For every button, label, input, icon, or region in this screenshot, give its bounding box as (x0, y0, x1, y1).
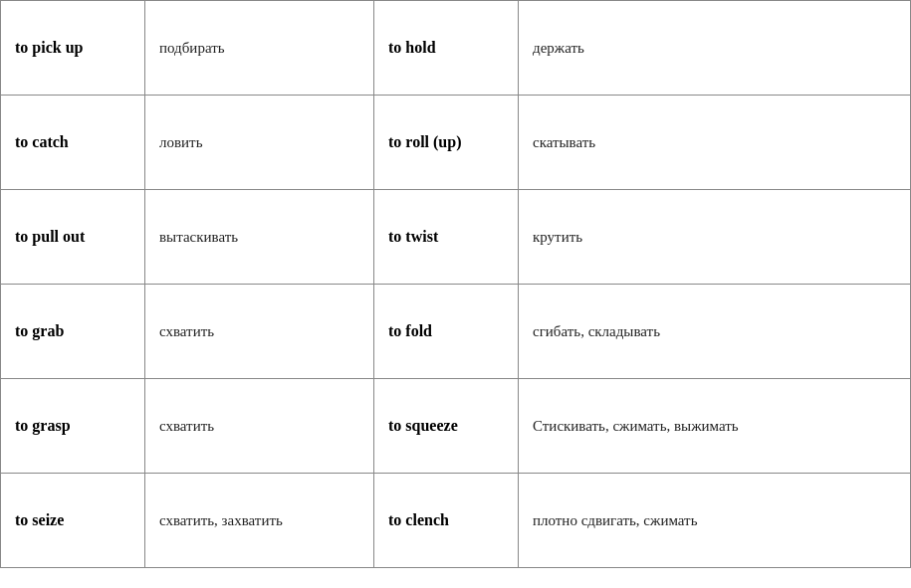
table-row: to grasp схватить to squeeze Стискивать,… (1, 379, 911, 474)
translation-right-0: держать (519, 1, 911, 96)
english-word-right-2: to twist (374, 190, 519, 285)
english-word-right-3: to fold (374, 285, 519, 379)
table-row: to seize схватить, захватить to clench п… (1, 474, 911, 568)
english-word-right-4: to squeeze (374, 379, 519, 474)
translation-left-3: схватить (145, 285, 374, 379)
english-word-right-1: to roll (up) (374, 96, 519, 190)
translation-left-0: подбирать (145, 1, 374, 96)
translation-right-5: плотно сдвигать, сжимать (519, 474, 911, 568)
english-word-left-2: to pull out (1, 190, 145, 285)
english-word-left-5: to seize (1, 474, 145, 568)
translation-left-5: схватить, захватить (145, 474, 374, 568)
table-row: to pull out вытаскивать to twist крутить (1, 190, 911, 285)
english-word-left-4: to grasp (1, 379, 145, 474)
english-word-left-0: to pick up (1, 1, 145, 96)
english-word-left-1: to catch (1, 96, 145, 190)
english-word-right-5: to clench (374, 474, 519, 568)
translation-left-2: вытаскивать (145, 190, 374, 285)
vocabulary-table: to pick up подбирать to hold держать to … (0, 0, 911, 568)
translation-left-1: ловить (145, 96, 374, 190)
translation-right-1: скатывать (519, 96, 911, 190)
english-word-right-0: to hold (374, 1, 519, 96)
translation-right-2: крутить (519, 190, 911, 285)
translation-left-4: схватить (145, 379, 374, 474)
table-row: to catch ловить to roll (up) скатывать (1, 96, 911, 190)
english-word-left-3: to grab (1, 285, 145, 379)
table-row: to pick up подбирать to hold держать (1, 1, 911, 96)
translation-right-3: сгибать, складывать (519, 285, 911, 379)
table-row: to grab схватить to fold сгибать, склады… (1, 285, 911, 379)
translation-right-4: Стискивать, сжимать, выжимать (519, 379, 911, 474)
